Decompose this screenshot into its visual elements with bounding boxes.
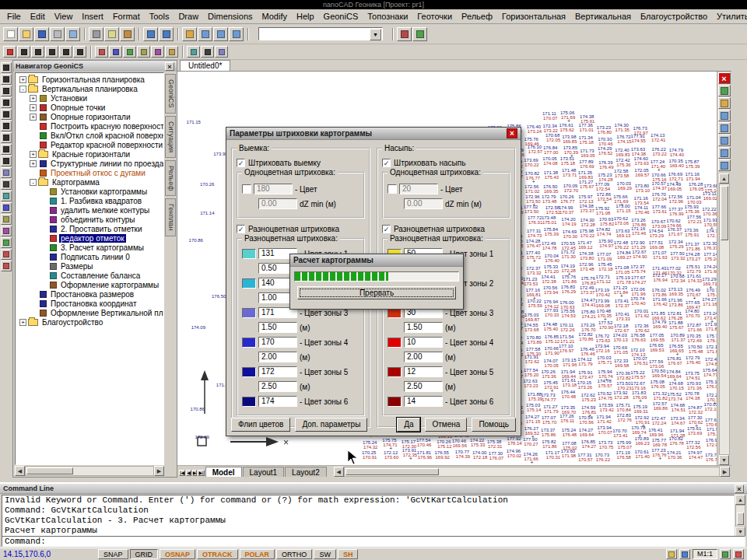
zone-color-swatch[interactable] <box>388 367 402 377</box>
tree-expander-icon[interactable]: + <box>19 76 26 83</box>
dimension-icon[interactable] <box>1 191 12 201</box>
zone-color-swatch[interactable] <box>242 249 256 259</box>
tree-item-12[interactable]: Установки картограммы <box>16 187 163 196</box>
scroll-thumb[interactable] <box>737 513 744 525</box>
layout-tab-layout1[interactable]: Layout1 <box>243 467 285 477</box>
tree-item-13[interactable]: 1. Разбивка квадратов <box>16 196 163 205</box>
navigator-tab-2[interactable]: Рельеф <box>165 160 176 197</box>
tree-item-21[interactable]: Составление баланса <box>16 271 163 280</box>
tree-item-9[interactable]: +Структурные линии по проездам <box>16 159 163 168</box>
zone-color-swatch[interactable] <box>242 278 256 289</box>
tree-expander-icon[interactable]: + <box>30 104 37 111</box>
tree-expander-icon[interactable]: + <box>30 95 37 102</box>
plot-icon[interactable] <box>50 27 65 41</box>
array-icon[interactable] <box>1 237 12 248</box>
rectangle-icon[interactable] <box>1 121 12 131</box>
status-toggle-osnap[interactable]: OSNAP <box>160 549 195 559</box>
tree-item-11[interactable]: -Картограмма <box>16 177 163 187</box>
zone-color-field[interactable]: 14 <box>404 396 443 407</box>
tree-item-19[interactable]: Подписать линии 0 <box>16 252 163 261</box>
zoom-window-icon[interactable] <box>213 27 228 41</box>
zoom-in-icon[interactable] <box>718 110 731 121</box>
help-button[interactable]: Помощь <box>472 418 516 432</box>
navigator-tab-1[interactable]: Ситуация <box>165 116 176 158</box>
tree-item-4[interactable]: +Опорные горизонтали <box>16 112 163 121</box>
ok-button[interactable]: Да <box>397 418 420 432</box>
status-toggle-otrack[interactable]: OTRACK <box>197 549 238 559</box>
layout-tab-layout2[interactable]: Layout2 <box>285 467 327 477</box>
scroll-track[interactable] <box>735 505 745 527</box>
text-icon[interactable] <box>1 179 12 190</box>
polyline-icon[interactable] <box>31 46 44 58</box>
spline-icon[interactable] <box>1 144 12 155</box>
status-toggle-ortho[interactable]: ORTHO <box>276 549 312 559</box>
rotate-icon[interactable] <box>137 46 150 58</box>
menu-item-11[interactable]: Топознаки <box>363 10 412 23</box>
move-icon[interactable] <box>1 202 12 213</box>
arc-icon[interactable] <box>59 46 72 58</box>
scroll-right-icon[interactable] <box>720 467 730 477</box>
circle-icon[interactable] <box>45 46 58 58</box>
navigator-tab-0[interactable]: GeoniCS <box>165 74 176 114</box>
menu-item-4[interactable]: Format <box>108 10 145 23</box>
tree-item-25[interactable]: Оформление Вертикальной планиров <box>16 308 163 317</box>
copy-icon[interactable] <box>104 27 119 41</box>
erase-icon[interactable] <box>1 261 12 271</box>
tree-item-23[interactable]: Простановка размеров <box>16 289 163 299</box>
scroll-left-icon[interactable] <box>15 466 25 476</box>
menu-item-1[interactable]: Edit <box>26 10 50 23</box>
zoom-extents-icon[interactable] <box>718 147 731 159</box>
menu-item-16[interactable]: Благоустройство <box>636 10 712 23</box>
tree-item-6[interactable]: Вкл/Откл слой красной поверхности <box>16 131 163 140</box>
zoom-realtime-icon[interactable] <box>198 27 212 41</box>
scroll-left-icon[interactable] <box>334 467 344 477</box>
zone-color-field[interactable]: 10 <box>404 337 443 348</box>
cut-multi-checkbox[interactable]: ✓ <box>237 225 245 233</box>
status-toggle-grid[interactable]: GRID <box>130 549 159 559</box>
tree-item-5[interactable]: Построить красную поверхность <box>16 121 163 131</box>
cancel-button[interactable]: Отмена <box>425 418 467 432</box>
properties-icon[interactable] <box>397 27 412 41</box>
layout-tab-model[interactable]: Model <box>205 467 242 477</box>
tree-expander-icon[interactable]: + <box>30 114 37 121</box>
fill-mono-swatch[interactable] <box>388 184 397 194</box>
paste-icon[interactable] <box>120 27 135 41</box>
arc-icon[interactable] <box>1 109 12 120</box>
tree-item-14[interactable]: удалить мелкие контуры <box>16 205 163 215</box>
regen-icon[interactable] <box>718 85 731 96</box>
dimension-icon[interactable] <box>187 46 200 58</box>
zone-color-field[interactable]: 12 <box>404 366 443 377</box>
zone-color-swatch[interactable] <box>242 397 256 407</box>
undo-icon[interactable] <box>143 27 158 41</box>
zone-bound-field[interactable]: 2.00 <box>258 352 297 362</box>
line-icon[interactable] <box>17 46 30 58</box>
navigator-tab-3[interactable]: Генплан <box>165 198 176 236</box>
menu-item-8[interactable]: Modify <box>258 10 292 23</box>
point-icon[interactable] <box>1 156 12 166</box>
rotate-icon[interactable] <box>1 214 12 225</box>
zone-bound-field[interactable]: 2.50 <box>258 381 297 392</box>
menu-item-17[interactable]: Утилиты <box>712 10 747 23</box>
tree-expander-icon[interactable]: + <box>30 151 37 158</box>
scroll-thumb[interactable] <box>345 468 439 475</box>
tree-item-0[interactable]: +Горизонтальная планировка <box>16 75 163 84</box>
tree-item-10[interactable]: Проектный откос с дугами <box>16 168 163 177</box>
new-file-icon[interactable] <box>3 27 18 41</box>
mirror-icon[interactable] <box>151 46 164 58</box>
command-input[interactable]: Command: <box>2 536 745 547</box>
tree-item-3[interactable]: +Опорные точки <box>16 103 163 112</box>
tree-expander-icon[interactable]: + <box>19 319 26 326</box>
abort-button[interactable]: Прервать <box>297 286 456 299</box>
offset-icon[interactable] <box>165 46 178 58</box>
menu-item-2[interactable]: View <box>50 10 78 23</box>
layer-combo[interactable] <box>258 27 383 40</box>
cut-mono-color-field[interactable]: 180 <box>254 184 293 194</box>
document-tab[interactable]: Untitled0* <box>180 60 230 71</box>
polyline-icon[interactable] <box>1 86 12 96</box>
tree-item-22[interactable]: Оформление картограммы <box>16 280 163 289</box>
scroll-track[interactable] <box>25 466 154 476</box>
zone-color-swatch[interactable] <box>388 397 402 407</box>
extra-params-button[interactable]: Доп. параметры <box>295 418 367 432</box>
status-toggle-sw[interactable]: SW <box>314 549 336 559</box>
cut-mono-swatch[interactable] <box>242 184 251 194</box>
